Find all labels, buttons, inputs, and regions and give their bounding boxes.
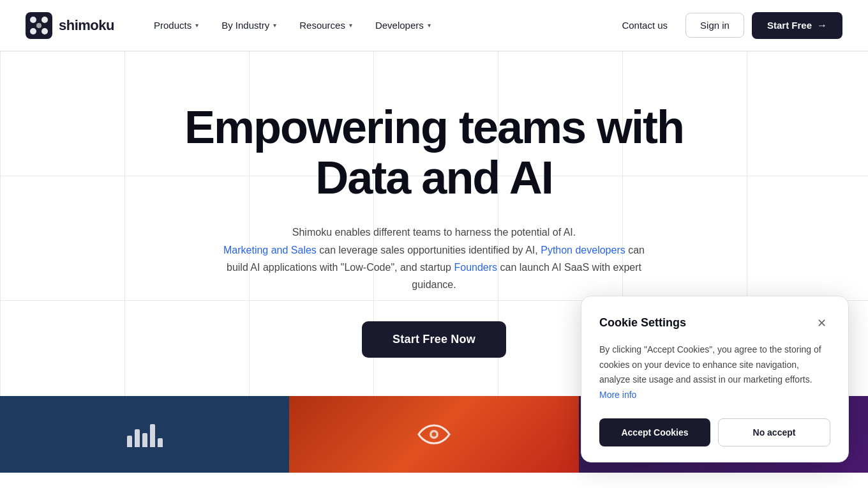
svg-point-4 (41, 28, 48, 34)
nav-right: Contact us Sign in Start Free → (611, 12, 842, 39)
eye-icon (417, 423, 451, 446)
chevron-down-icon: ▾ (273, 22, 276, 29)
startfree-button[interactable]: Start Free → (752, 12, 842, 39)
cookie-actions: Accept Cookies No accept (599, 418, 830, 446)
nav-item-by-industry[interactable]: By Industry ▾ (210, 15, 288, 36)
nav-links: Products ▾ By Industry ▾ Resources ▾ Dev… (142, 15, 442, 36)
svg-point-5 (36, 23, 41, 28)
cookie-banner: Cookie Settings ✕ By clicking "Accept Co… (581, 296, 849, 462)
bar-chart-icon (127, 422, 163, 447)
svg-point-3 (30, 28, 36, 34)
contact-link[interactable]: Contact us (611, 15, 678, 36)
svg-point-1 (30, 17, 36, 23)
logo-text: shimoku (59, 17, 114, 34)
more-info-link[interactable]: More info (599, 390, 636, 400)
chevron-down-icon: ▾ (349, 22, 352, 29)
logo-link[interactable]: shimoku (26, 12, 114, 39)
cookie-close-button[interactable]: ✕ (812, 314, 830, 332)
cookie-header: Cookie Settings ✕ (599, 314, 830, 332)
chevron-down-icon: ▾ (195, 22, 198, 29)
cookie-title: Cookie Settings (599, 316, 686, 330)
analytics-card[interactable] (0, 396, 289, 473)
arrow-right-icon: → (817, 20, 827, 31)
vision-card[interactable] (289, 396, 578, 473)
navbar: shimoku Products ▾ By Industry ▾ Resourc… (0, 0, 868, 51)
logo-icon (26, 12, 52, 39)
svg-point-2 (41, 17, 48, 23)
signin-button[interactable]: Sign in (685, 13, 744, 38)
hero-description: Shimoku enables different teams to harne… (217, 224, 651, 293)
python-developers-link[interactable]: Python developers (541, 245, 625, 255)
cookie-body: By clicking "Accept Cookies", you agree … (599, 342, 830, 403)
chevron-down-icon: ▾ (428, 22, 431, 29)
start-free-now-button[interactable]: Start Free Now (362, 321, 506, 358)
nav-item-developers[interactable]: Developers ▾ (364, 15, 442, 36)
nav-item-products[interactable]: Products ▾ (142, 15, 210, 36)
founders-link[interactable]: Founders (454, 262, 497, 273)
nav-item-resources[interactable]: Resources ▾ (288, 15, 364, 36)
accept-cookies-button[interactable]: Accept Cookies (599, 418, 710, 446)
svg-point-7 (431, 432, 436, 437)
no-accept-button[interactable]: No accept (718, 418, 830, 446)
marketing-sales-link[interactable]: Marketing and Sales (223, 245, 317, 255)
nav-left: shimoku Products ▾ By Industry ▾ Resourc… (26, 12, 442, 39)
hero-title: Empowering teams with Data and AI (184, 102, 684, 203)
